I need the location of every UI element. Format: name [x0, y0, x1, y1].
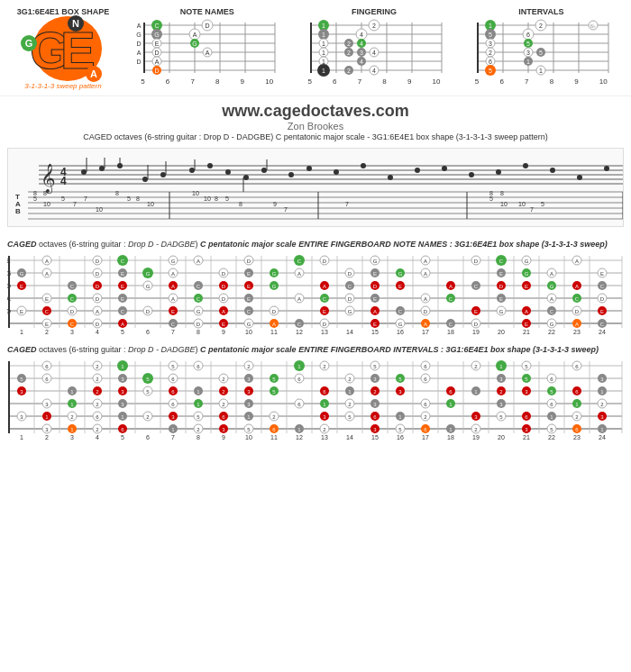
svg-text:A: A — [424, 296, 427, 302]
svg-text:G: G — [272, 284, 277, 289]
svg-text:D: D — [348, 296, 352, 302]
svg-text:5: 5 — [225, 195, 229, 202]
svg-text:A: A — [7, 295, 11, 302]
svg-point-163 — [604, 166, 609, 171]
svg-text:E: E — [20, 309, 23, 314]
svg-text:D: D — [96, 296, 100, 302]
logo-area: 3G1:6E4E1 BOX SHAPE N G G E G A 3-1-3-1-… — [9, 7, 117, 90]
svg-text:18: 18 — [447, 434, 454, 440]
staff-section: 𝄞 4 4 T — [7, 148, 624, 227]
svg-text:E: E — [373, 296, 377, 302]
svg-text:D: D — [154, 68, 159, 74]
svg-text:A: A — [424, 259, 427, 264]
svg-text:C: C — [70, 296, 75, 302]
badge-n: N — [68, 15, 84, 32]
svg-text:10: 10 — [500, 201, 508, 207]
svg-text:6: 6 — [146, 329, 150, 334]
staff-svg: 𝄞 4 4 T — [12, 152, 624, 222]
svg-point-158 — [469, 172, 474, 177]
svg-text:E: E — [171, 309, 175, 314]
svg-text:4: 4 — [372, 50, 376, 56]
svg-text:8: 8 — [43, 190, 47, 196]
svg-text:C: C — [323, 296, 327, 302]
svg-text:23: 23 — [573, 329, 581, 334]
svg-text:12: 12 — [296, 329, 303, 334]
svg-text:A: A — [171, 296, 175, 302]
svg-text:7: 7 — [73, 201, 77, 207]
badge-a: A — [86, 66, 102, 82]
svg-text:10: 10 — [245, 434, 252, 440]
svg-text:2: 2 — [347, 68, 351, 74]
svg-text:G: G — [499, 309, 504, 314]
svg-text:4: 4 — [360, 59, 363, 65]
svg-text:7: 7 — [171, 329, 175, 334]
svg-text:11: 11 — [270, 329, 278, 334]
svg-text:A: A — [121, 322, 124, 327]
svg-text:10: 10 — [96, 206, 103, 213]
svg-text:C: C — [499, 259, 504, 264]
svg-text:2: 2 — [45, 329, 49, 334]
svg-text:C: C — [600, 284, 605, 289]
svg-text:4: 4 — [96, 434, 99, 440]
svg-text:G: G — [525, 259, 529, 264]
svg-text:D: D — [474, 322, 479, 327]
svg-text:1: 1 — [322, 50, 325, 56]
svg-text:8: 8 — [197, 434, 200, 440]
svg-text:G: G — [247, 322, 251, 327]
svg-text:5: 5 — [541, 201, 544, 207]
svg-text:C: C — [171, 322, 176, 327]
svg-text:A: A — [272, 322, 276, 327]
svg-text:A: A — [424, 271, 427, 277]
svg-text:G: G — [20, 271, 24, 277]
website-url: www.cagedoctaves.com — [0, 102, 631, 121]
svg-text:E: E — [121, 296, 124, 302]
svg-text:D: D — [96, 284, 100, 289]
svg-point-161 — [550, 168, 555, 173]
svg-text:20: 20 — [498, 329, 505, 334]
svg-point-141 — [160, 172, 166, 177]
svg-text:1: 1 — [322, 59, 325, 65]
svg-text:19: 19 — [472, 329, 480, 334]
svg-text:E: E — [7, 258, 11, 264]
note-names-fret-numbers: 5678910 — [137, 77, 277, 86]
svg-text:10: 10 — [518, 201, 526, 207]
svg-point-156 — [415, 168, 420, 173]
svg-text:E: E — [247, 271, 251, 277]
svg-text:G: G — [373, 259, 378, 264]
svg-text:6: 6 — [146, 434, 150, 440]
svg-text:G: G — [154, 32, 159, 38]
svg-text:A: A — [45, 271, 49, 277]
svg-text:9: 9 — [222, 329, 225, 334]
svg-text:E: E — [499, 296, 503, 302]
svg-text:D: D — [96, 259, 100, 264]
svg-text:A: A — [550, 271, 553, 277]
svg-text:D: D — [205, 23, 209, 29]
diagrams-row: NOTE NAMES A G D A — [126, 7, 622, 86]
svg-text:A: A — [575, 259, 579, 264]
svg-text:16: 16 — [397, 434, 404, 440]
svg-text:5: 5 — [489, 32, 492, 38]
svg-text:G: G — [7, 270, 11, 277]
fingering-svg: 1 2 1 4 1 2 4 1 2 3 4 — [302, 18, 446, 77]
svg-text:5: 5 — [61, 195, 65, 202]
svg-text:14: 14 — [346, 434, 353, 440]
svg-text:1: 1 — [322, 32, 325, 38]
svg-text:A: A — [525, 309, 528, 314]
svg-text:8: 8 — [239, 201, 242, 207]
svg-text:A: A — [297, 296, 301, 302]
diagram-intervals: INTERVALS 1 2 6♭ — [469, 7, 613, 86]
svg-point-133 — [81, 169, 87, 175]
svg-text:A: A — [205, 50, 209, 56]
svg-text:2: 2 — [539, 23, 543, 29]
diagram-fingering: FINGERING 1 2 1 — [302, 7, 446, 86]
svg-text:A: A — [424, 322, 427, 327]
svg-text:20: 20 — [498, 434, 505, 440]
caged-notes-section: CAGED octaves (6-string guitar : Drop D … — [0, 236, 631, 336]
svg-text:G: G — [550, 322, 554, 327]
svg-text:C: C — [575, 296, 580, 302]
svg-text:D: D — [600, 296, 605, 302]
svg-text:C: C — [474, 284, 479, 289]
author-name: Zon Brookes — [0, 121, 631, 132]
svg-text:G: G — [146, 271, 151, 277]
svg-text:1: 1 — [322, 41, 325, 47]
